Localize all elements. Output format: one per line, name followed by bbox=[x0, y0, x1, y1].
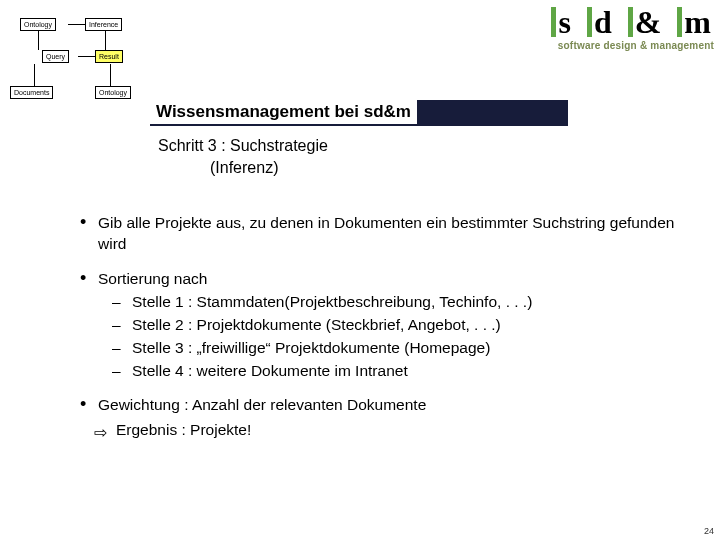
diagram-line bbox=[105, 30, 106, 50]
page-number: 24 bbox=[704, 526, 714, 536]
sub-item-3: Stelle 3 : „freiwillige“ Projektdokument… bbox=[98, 338, 686, 359]
box-documents: Documents bbox=[10, 86, 53, 99]
result-line: ⇨ Ergebnis : Projekte! bbox=[98, 420, 686, 441]
arrow-icon: ⇨ bbox=[94, 422, 107, 444]
sub-item-2: Stelle 2 : Projektdokumente (Steckbrief,… bbox=[98, 315, 686, 336]
architecture-diagram: Ontology Inference Query Result Document… bbox=[10, 18, 150, 113]
page-title: Wissensmanagement bei sd&m bbox=[150, 100, 417, 124]
brand-tagline: software design & management bbox=[549, 40, 714, 51]
brand-divider-icon bbox=[587, 7, 592, 37]
sub-item-4: Stelle 4 : weitere Dokumente im Intranet bbox=[98, 361, 686, 382]
bullet-2-sublist: Stelle 1 : Stammdaten(Projektbeschreibun… bbox=[98, 292, 686, 382]
bullet-1-text: Gib alle Projekte aus, zu denen in Dokum… bbox=[98, 214, 674, 252]
subtitle-box: Schritt 3 : Suchstrategie (Inferenz) bbox=[150, 130, 555, 188]
brand-divider-icon bbox=[677, 7, 682, 37]
box-result: Result bbox=[95, 50, 123, 63]
sub-item-1: Stelle 1 : Stammdaten(Projektbeschreibun… bbox=[98, 292, 686, 313]
subtitle-line1: Schritt 3 : Suchstrategie bbox=[158, 135, 547, 157]
brand-divider-icon bbox=[551, 7, 556, 37]
diagram-line bbox=[110, 64, 111, 86]
result-text: Ergebnis : Projekte! bbox=[116, 421, 251, 438]
bullet-2: Sortierung nach Stelle 1 : Stammdaten(Pr… bbox=[80, 269, 686, 382]
diagram-line bbox=[38, 30, 39, 50]
slide: Ontology Inference Query Result Document… bbox=[0, 0, 720, 540]
box-ontology-bot: Ontology bbox=[95, 86, 131, 99]
content-area: Gib alle Projekte aus, zu denen in Dokum… bbox=[70, 205, 696, 471]
bullet-2-lead: Sortierung nach bbox=[98, 270, 207, 287]
bullet-1: Gib alle Projekte aus, zu denen in Dokum… bbox=[80, 213, 686, 255]
subtitle-line2: (Inferenz) bbox=[158, 157, 547, 179]
diagram-line bbox=[78, 56, 95, 57]
bullet-list: Gib alle Projekte aus, zu denen in Dokum… bbox=[80, 213, 686, 441]
diagram-line bbox=[34, 64, 35, 86]
brand-letters: s d & m bbox=[549, 6, 714, 38]
bullet-3-text: Gewichtung : Anzahl der relevanten Dokum… bbox=[98, 396, 426, 413]
brand-logo: s d & m software design & management bbox=[549, 6, 714, 51]
brand-divider-icon bbox=[628, 7, 633, 37]
bullet-3: Gewichtung : Anzahl der relevanten Dokum… bbox=[80, 395, 686, 441]
box-query: Query bbox=[42, 50, 69, 63]
diagram-line bbox=[68, 24, 85, 25]
box-inference: Inference bbox=[85, 18, 122, 31]
